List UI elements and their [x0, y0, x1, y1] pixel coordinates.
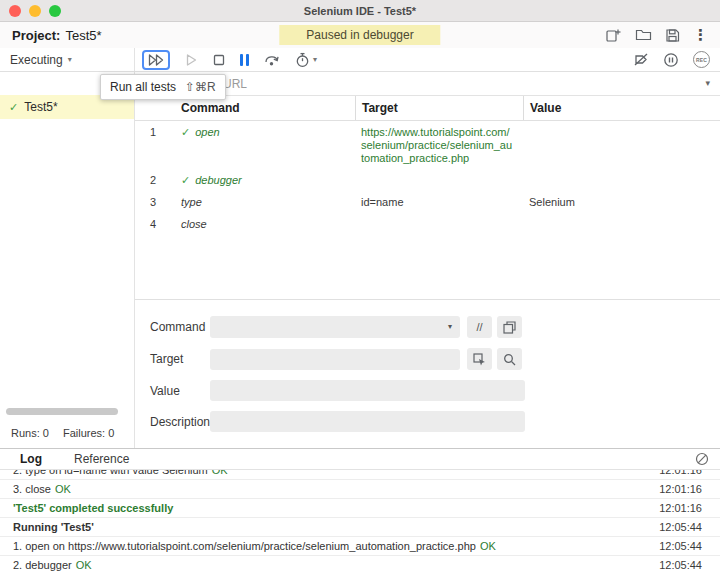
tab-log[interactable]: Log: [20, 452, 42, 466]
log-entry-time: 12:05:44: [659, 540, 702, 552]
log-entry-time: 12:05:44: [659, 559, 702, 571]
log-entry: 2. debuggerOK 12:05:44: [0, 556, 720, 572]
window-title: Selenium IDE - Test5*: [0, 5, 720, 17]
record-button[interactable]: REC: [693, 51, 710, 68]
log-entry-time: 12:05:44: [659, 521, 702, 533]
play-icon: [185, 53, 198, 67]
run-all-tests-button[interactable]: [142, 50, 170, 70]
stopwatch-icon: [295, 52, 310, 68]
pause-on-exceptions-button[interactable]: [663, 52, 679, 68]
disable-breakpoints-button[interactable]: [633, 52, 649, 67]
tests-sidebar: ✓ Test5* Runs: 0 Failures: 0: [0, 72, 135, 448]
log-ok-badge: OK: [76, 559, 92, 571]
tests-horizontal-scrollbar[interactable]: [6, 408, 118, 415]
step-over-button[interactable]: [264, 52, 280, 67]
row-command-cell: ✓open: [175, 126, 355, 139]
command-passed-check-icon: ✓: [181, 174, 190, 186]
row-command-cell: type: [175, 196, 355, 209]
pause-on-exceptions-icon: [663, 52, 679, 68]
row-target-cell: https://www.tutorialspoint.com/selenium/…: [355, 126, 523, 165]
command-table-row[interactable]: 2 ✓debugger: [135, 169, 720, 191]
command-table-row[interactable]: 1 ✓open https://www.tutorialspoint.com/s…: [135, 121, 720, 169]
command-field-label: Command: [150, 320, 210, 334]
select-target-button[interactable]: [467, 348, 492, 370]
log-entry-text: 'Test5' completed successfully: [13, 502, 649, 514]
minimize-window-button[interactable]: [29, 5, 41, 17]
tooltip-label: Run all tests: [110, 80, 176, 94]
test-speed-button[interactable]: ▾: [295, 52, 317, 68]
row-number: 1: [135, 126, 175, 139]
log-entries: 2. type on id=name with value SeleniumOK…: [0, 470, 720, 572]
find-target-button[interactable]: [497, 348, 522, 370]
commands-table: 1 ✓open https://www.tutorialspoint.com/s…: [135, 121, 720, 300]
description-input[interactable]: [210, 411, 525, 432]
log-panel: Log Reference 2. type on id=name with va…: [0, 448, 720, 572]
clear-log-icon: [695, 452, 709, 466]
command-name: open: [195, 126, 219, 138]
log-tabs: Log Reference: [0, 449, 720, 470]
stop-button[interactable]: [213, 54, 225, 66]
row-target-cell: id=name: [355, 196, 523, 209]
open-project-icon[interactable]: [635, 28, 652, 42]
test-state-dropdown[interactable]: Executing ▾: [0, 48, 135, 71]
more-options-icon[interactable]: ⋮: [693, 28, 708, 42]
step-over-icon: [264, 52, 280, 67]
chevron-down-icon: ▾: [448, 322, 452, 331]
log-ok-badge: OK: [480, 540, 496, 552]
run-current-test-button[interactable]: [185, 53, 198, 67]
new-project-icon[interactable]: [605, 27, 622, 43]
command-passed-check-icon: ✓: [181, 126, 190, 138]
clear-log-button[interactable]: [695, 452, 709, 466]
target-field-label: Target: [150, 352, 210, 366]
row-number: 2: [135, 174, 175, 187]
tooltip-shortcut: ⇧⌘R: [185, 80, 216, 94]
log-entry: Running 'Test5' 12:05:44: [0, 518, 720, 537]
paused-in-debugger-badge: Paused in debugger: [279, 25, 440, 45]
comment-toggle-button[interactable]: //: [467, 316, 492, 338]
disable-breakpoints-icon: [633, 52, 649, 67]
description-field-label: Description: [150, 415, 210, 429]
zoom-window-button[interactable]: [49, 5, 61, 17]
value-input[interactable]: [210, 380, 525, 401]
command-name: debugger: [195, 174, 242, 186]
close-window-button[interactable]: [9, 5, 21, 17]
log-entry-time: 12:01:16: [659, 483, 702, 495]
project-title: Project:Test5*: [12, 28, 102, 43]
command-select[interactable]: ▾: [210, 316, 460, 338]
target-column-header: Target: [355, 96, 523, 120]
target-input[interactable]: [210, 349, 460, 370]
url-dropdown-caret-icon[interactable]: ▾: [705, 78, 710, 88]
log-entry: 'Test5' completed successfully 12:01:16: [0, 499, 720, 518]
chevron-down-icon: ▾: [313, 55, 317, 64]
log-entry-text: 1. open on https://www.tutorialspoint.co…: [13, 540, 649, 552]
value-column-header: Value: [523, 96, 720, 120]
test-state-label: Executing: [10, 53, 63, 67]
log-ok-badge: OK: [212, 470, 228, 476]
log-entry-text: 2. type on id=name with value SeleniumOK: [13, 470, 649, 476]
run-all-icon: [147, 53, 165, 67]
url-input[interactable]: URL: [223, 77, 247, 91]
command-table-row[interactable]: 4 close: [135, 213, 720, 235]
project-name: Test5*: [65, 28, 101, 43]
log-entry: 3. closeOK 12:01:16: [0, 480, 720, 499]
command-name: close: [181, 218, 207, 230]
command-editor-form: Command ▾ // Target Value: [135, 300, 720, 432]
chevron-down-icon: ▾: [68, 55, 72, 64]
failures-count: Failures: 0: [63, 427, 114, 439]
window-titlebar: Selenium IDE - Test5*: [0, 0, 720, 22]
pause-button[interactable]: [240, 54, 249, 66]
search-icon: [503, 353, 516, 366]
log-entry-time: 12:01:16: [659, 470, 702, 476]
run-stats: Runs: 0 Failures: 0: [11, 427, 114, 439]
open-reference-button[interactable]: [497, 316, 522, 338]
row-command-cell: ✓debugger: [175, 174, 355, 187]
save-project-icon[interactable]: [665, 28, 680, 43]
test-name: Test5*: [24, 100, 57, 114]
row-command-cell: close: [175, 218, 355, 231]
stop-icon: [213, 54, 225, 66]
log-entry: 1. open on https://www.tutorialspoint.co…: [0, 537, 720, 556]
tab-reference[interactable]: Reference: [74, 452, 129, 466]
command-table-row[interactable]: 3 type id=name Selenium: [135, 191, 720, 213]
log-entry-text: 2. debuggerOK: [13, 559, 649, 571]
project-header: Project:Test5* Paused in debugger ⋮: [0, 22, 720, 48]
